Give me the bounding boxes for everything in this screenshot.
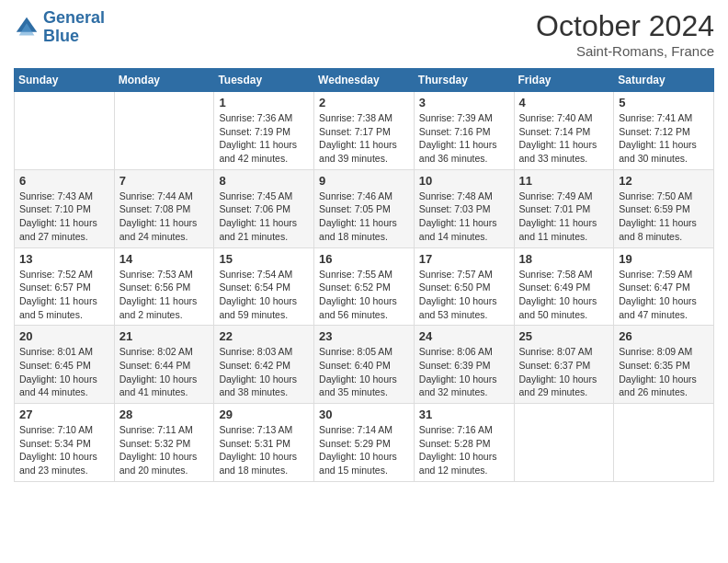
day-cell: 28Sunrise: 7:11 AM Sunset: 5:32 PM Dayli… [114,404,214,482]
day-info: Sunrise: 8:02 AM Sunset: 6:44 PM Dayligh… [119,345,210,399]
day-info: Sunrise: 8:07 AM Sunset: 6:37 PM Dayligh… [519,345,609,399]
day-number: 12 [619,174,709,188]
day-number: 30 [319,408,409,421]
day-cell [114,92,214,170]
day-cell: 4Sunrise: 7:40 AM Sunset: 7:14 PM Daylig… [514,92,614,170]
day-number: 22 [219,329,309,343]
day-info: Sunrise: 8:06 AM Sunset: 6:39 PM Dayligh… [419,345,509,399]
day-info: Sunrise: 7:39 AM Sunset: 7:16 PM Dayligh… [419,111,509,166]
day-cell: 13Sunrise: 7:52 AM Sunset: 6:57 PM Dayli… [15,247,115,326]
day-cell: 21Sunrise: 8:02 AM Sunset: 6:44 PM Dayli… [114,326,214,404]
day-cell: 22Sunrise: 8:03 AM Sunset: 6:42 PM Dayli… [214,326,314,404]
day-info: Sunrise: 7:53 AM Sunset: 6:56 PM Dayligh… [119,268,210,322]
day-number: 3 [419,96,509,109]
day-info: Sunrise: 7:45 AM Sunset: 7:06 PM Dayligh… [219,190,309,244]
day-number: 17 [419,252,509,266]
day-info: Sunrise: 7:52 AM Sunset: 6:57 PM Dayligh… [19,268,109,322]
day-number: 11 [519,174,609,188]
day-number: 14 [119,252,210,266]
calendar-body: 1Sunrise: 7:36 AM Sunset: 7:19 PM Daylig… [15,92,714,482]
day-cell [614,404,714,482]
week-row-3: 13Sunrise: 7:52 AM Sunset: 6:57 PM Dayli… [15,247,714,326]
day-info: Sunrise: 7:11 AM Sunset: 5:32 PM Dayligh… [119,423,210,477]
day-cell: 5Sunrise: 7:41 AM Sunset: 7:12 PM Daylig… [614,92,714,170]
col-header-sunday: Sunday [15,69,115,92]
calendar-subtitle: Saint-Romans, France [536,43,714,59]
day-cell: 24Sunrise: 8:06 AM Sunset: 6:39 PM Dayli… [414,326,514,404]
day-info: Sunrise: 7:14 AM Sunset: 5:29 PM Dayligh… [319,423,409,477]
day-number: 18 [519,252,609,266]
logo-line2: Blue [43,27,79,45]
week-row-1: 1Sunrise: 7:36 AM Sunset: 7:19 PM Daylig… [15,92,714,170]
day-cell: 29Sunrise: 7:13 AM Sunset: 5:31 PM Dayli… [214,404,314,482]
week-row-2: 6Sunrise: 7:43 AM Sunset: 7:10 PM Daylig… [15,169,714,247]
day-info: Sunrise: 7:16 AM Sunset: 5:28 PM Dayligh… [419,423,509,477]
calendar-title: October 2024 [536,9,714,43]
page-header: General Blue October 2024 Saint-Romans, … [14,9,714,59]
day-number: 23 [319,329,409,343]
col-header-friday: Friday [514,69,614,92]
logo-line1: General [43,8,105,27]
day-cell [514,404,614,482]
day-cell: 27Sunrise: 7:10 AM Sunset: 5:34 PM Dayli… [15,404,115,482]
logo-text: General Blue [43,9,105,46]
day-info: Sunrise: 7:55 AM Sunset: 6:52 PM Dayligh… [319,268,409,322]
col-header-thursday: Thursday [414,69,514,92]
day-cell: 20Sunrise: 8:01 AM Sunset: 6:45 PM Dayli… [15,326,115,404]
logo-icon [14,15,40,40]
day-cell: 25Sunrise: 8:07 AM Sunset: 6:37 PM Dayli… [514,326,614,404]
day-cell: 16Sunrise: 7:55 AM Sunset: 6:52 PM Dayli… [314,247,415,326]
day-info: Sunrise: 8:01 AM Sunset: 6:45 PM Dayligh… [19,345,109,399]
day-cell [15,92,115,170]
calendar-table: SundayMondayTuesdayWednesdayThursdayFrid… [14,68,714,482]
day-number: 28 [119,408,210,421]
col-header-saturday: Saturday [614,69,714,92]
day-cell: 9Sunrise: 7:46 AM Sunset: 7:05 PM Daylig… [314,169,415,247]
day-number: 16 [319,252,409,266]
day-number: 8 [219,174,309,188]
day-number: 2 [319,96,409,109]
header-row: SundayMondayTuesdayWednesdayThursdayFrid… [15,69,714,92]
col-header-wednesday: Wednesday [314,69,415,92]
day-info: Sunrise: 7:10 AM Sunset: 5:34 PM Dayligh… [19,423,109,477]
day-info: Sunrise: 7:57 AM Sunset: 6:50 PM Dayligh… [419,268,509,322]
day-cell: 6Sunrise: 7:43 AM Sunset: 7:10 PM Daylig… [15,169,115,247]
week-row-5: 27Sunrise: 7:10 AM Sunset: 5:34 PM Dayli… [15,404,714,482]
col-header-tuesday: Tuesday [214,69,314,92]
day-number: 5 [619,96,709,109]
day-cell: 17Sunrise: 7:57 AM Sunset: 6:50 PM Dayli… [414,247,514,326]
day-cell: 26Sunrise: 8:09 AM Sunset: 6:35 PM Dayli… [614,326,714,404]
day-info: Sunrise: 7:58 AM Sunset: 6:49 PM Dayligh… [519,268,609,322]
day-cell: 14Sunrise: 7:53 AM Sunset: 6:56 PM Dayli… [114,247,214,326]
day-cell: 1Sunrise: 7:36 AM Sunset: 7:19 PM Daylig… [214,92,314,170]
day-info: Sunrise: 7:40 AM Sunset: 7:14 PM Dayligh… [519,111,609,166]
day-number: 21 [119,329,210,343]
day-number: 26 [619,329,709,343]
day-info: Sunrise: 8:03 AM Sunset: 6:42 PM Dayligh… [219,345,309,399]
col-header-monday: Monday [114,69,214,92]
day-cell: 31Sunrise: 7:16 AM Sunset: 5:28 PM Dayli… [414,404,514,482]
day-number: 6 [19,174,109,188]
day-info: Sunrise: 7:48 AM Sunset: 7:03 PM Dayligh… [419,190,509,244]
day-cell: 18Sunrise: 7:58 AM Sunset: 6:49 PM Dayli… [514,247,614,326]
day-info: Sunrise: 7:59 AM Sunset: 6:47 PM Dayligh… [619,268,709,322]
day-info: Sunrise: 7:13 AM Sunset: 5:31 PM Dayligh… [219,423,309,477]
day-number: 9 [319,174,409,188]
week-row-4: 20Sunrise: 8:01 AM Sunset: 6:45 PM Dayli… [15,326,714,404]
day-number: 25 [519,329,609,343]
day-cell: 19Sunrise: 7:59 AM Sunset: 6:47 PM Dayli… [614,247,714,326]
day-number: 7 [119,174,210,188]
day-number: 15 [219,252,309,266]
day-cell: 3Sunrise: 7:39 AM Sunset: 7:16 PM Daylig… [414,92,514,170]
day-info: Sunrise: 7:41 AM Sunset: 7:12 PM Dayligh… [619,111,709,166]
day-info: Sunrise: 7:36 AM Sunset: 7:19 PM Dayligh… [219,111,309,166]
day-cell: 15Sunrise: 7:54 AM Sunset: 6:54 PM Dayli… [214,247,314,326]
day-number: 4 [519,96,609,109]
day-info: Sunrise: 7:44 AM Sunset: 7:08 PM Dayligh… [119,190,210,244]
day-number: 20 [19,329,109,343]
day-number: 19 [619,252,709,266]
day-number: 1 [219,96,309,109]
day-number: 24 [419,329,509,343]
day-info: Sunrise: 7:46 AM Sunset: 7:05 PM Dayligh… [319,190,409,244]
day-info: Sunrise: 8:09 AM Sunset: 6:35 PM Dayligh… [619,345,709,399]
